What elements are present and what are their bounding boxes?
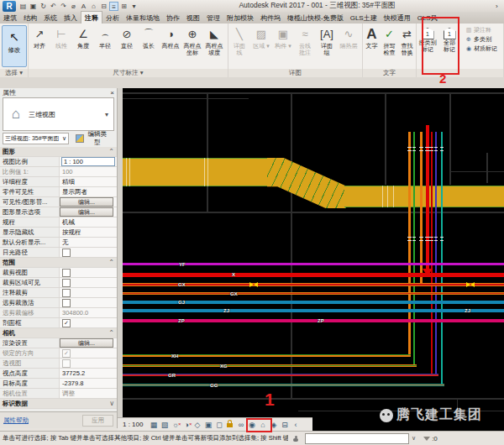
- show-crop-icon[interactable]: ◻: [213, 419, 224, 431]
- 直径-button[interactable]: ⊘直径: [116, 24, 138, 69]
- sun-path-icon[interactable]: ☼×: [170, 419, 181, 431]
- chevron-down-icon[interactable]: ∨: [409, 435, 418, 442]
- checkbox[interactable]: [62, 269, 71, 277]
- redo-icon[interactable]: ↷: [59, 2, 68, 11]
- section-icon[interactable]: ⊟: [99, 2, 108, 11]
- pipe-XH[interactable]: [123, 354, 411, 357]
- expand-icon[interactable]: ‹: [290, 419, 301, 431]
- property-row-目标高度[interactable]: 目标高度-2379.8: [0, 379, 117, 389]
- property-row-详细程度[interactable]: 详细程度精细: [0, 177, 117, 187]
- edit-button[interactable]: 编辑...: [60, 197, 113, 207]
- 半径-button[interactable]: ⌢半径: [94, 24, 116, 69]
- tab-视图[interactable]: 视图: [183, 12, 203, 24]
- 材质标记-button[interactable]: ◉材质标记: [465, 44, 504, 52]
- duct-transition[interactable]: [267, 158, 346, 208]
- instance-selector[interactable]: 三维视图: 35#平面图 ∨: [3, 133, 69, 144]
- tab-附加模块[interactable]: 附加模块: [223, 12, 257, 24]
- property-row-比例值 1:[interactable]: 比例值 1:100: [0, 167, 117, 177]
- checkbox[interactable]: ✓: [62, 349, 71, 358]
- modify-button[interactable]: ↖ 修改: [2, 25, 27, 67]
- property-row-视点高度[interactable]: 视点高度37725.2: [0, 369, 117, 379]
- checkbox[interactable]: [62, 249, 71, 257]
- property-row-裁剪视图[interactable]: 裁剪视图: [0, 268, 117, 278]
- 详图组-button[interactable]: [A]详图 组: [316, 24, 338, 69]
- 对齐-button[interactable]: ↗对齐: [29, 24, 50, 69]
- tab-协作[interactable]: 协作: [163, 12, 183, 24]
- property-row-剖面框[interactable]: 剖面框✓: [0, 318, 117, 328]
- property-row-图形显示选项[interactable]: 图形显示选项编辑...: [0, 207, 117, 217]
- dim-panel-label[interactable]: 尺寸标注 ▾: [29, 69, 228, 77]
- property-row-视图比例[interactable]: 视图比例1 : 100: [0, 157, 117, 167]
- text-panel-label[interactable]: 文字: [363, 69, 416, 77]
- shadows-icon[interactable]: ◑×: [181, 419, 192, 431]
- type-selector[interactable]: ⌂ 三维视图 ▾: [3, 97, 114, 131]
- property-row-远剪裁偏移[interactable]: 远剪裁偏移304800.0: [0, 308, 117, 318]
- tab-快模通用[interactable]: 快模通用: [381, 12, 414, 24]
- riser-7[interactable]: [441, 132, 443, 385]
- property-row-规程[interactable]: 规程机械: [0, 217, 117, 228]
- duct-right-segment[interactable]: [344, 186, 504, 207]
- tab-系统[interactable]: 系统: [40, 12, 60, 24]
- pipe-X[interactable]: [123, 273, 504, 277]
- pipe-GX2[interactable]: [123, 292, 504, 295]
- 高程点-button[interactable]: ◑高程点: [160, 24, 181, 69]
- property-row-渲染设置[interactable]: 渲染设置编辑...: [0, 338, 117, 348]
- property-row-零件可见性[interactable]: 零件可见性显示两者: [0, 187, 117, 197]
- property-row-显示隐藏线[interactable]: 显示隐藏线按规程: [0, 228, 117, 238]
- properties-help-link[interactable]: 属性帮助: [3, 416, 29, 425]
- checkbox[interactable]: ✓: [62, 319, 71, 327]
- riser-5[interactable]: [431, 132, 433, 374]
- edit-type-button[interactable]: 编辑类型: [71, 133, 114, 144]
- tab-GLS土建[interactable]: GLS土建: [347, 12, 381, 24]
- tab-构件坞[interactable]: 构件坞: [257, 12, 284, 24]
- close-inactive-icon[interactable]: ⊞: [119, 2, 129, 11]
- default-3d-view-icon[interactable]: ⌂: [89, 2, 98, 11]
- pipe-XG[interactable]: [123, 364, 417, 367]
- crop-view-icon[interactable]: ▣: [202, 419, 213, 431]
- tab-分析[interactable]: 分析: [102, 12, 123, 24]
- 高程点坡度-button[interactable]: ◣高程点 坡度: [203, 24, 225, 69]
- property-row-相机位置[interactable]: 相机位置调整: [0, 389, 117, 399]
- 拼写检查-button[interactable]: ✓拼写 检查: [381, 24, 398, 69]
- visual-style-icon[interactable]: ▧: [159, 419, 170, 431]
- 高程点坐标-button[interactable]: ⊕高程点 坐标: [181, 24, 203, 69]
- 多类别-button[interactable]: ⊕多类别: [465, 35, 504, 43]
- tab-体量和场地[interactable]: 体量和场地: [123, 12, 163, 24]
- property-row-日光路径[interactable]: 日光路径: [0, 248, 117, 258]
- detail-panel-label[interactable]: 详图: [228, 69, 362, 77]
- select-panel-label[interactable]: 选择 ▾: [0, 69, 28, 77]
- 文字-button[interactable]: A文字: [363, 24, 381, 69]
- undo-icon[interactable]: ↶: [49, 2, 58, 11]
- property-row-可见性/图形替...[interactable]: 可见性/图形替...编辑...: [0, 197, 117, 207]
- checkbox[interactable]: [62, 299, 71, 307]
- tab-管理[interactable]: 管理: [203, 12, 223, 24]
- open-icon[interactable]: ▤: [18, 2, 28, 11]
- value-input[interactable]: 1 : 100: [61, 157, 115, 166]
- qat-drop-icon[interactable]: ▾: [129, 2, 139, 11]
- unlock-3d-view-icon[interactable]: [224, 418, 235, 431]
- duct-left-segment[interactable]: [123, 158, 269, 186]
- tab-注释[interactable]: 注释: [81, 11, 102, 24]
- tab-结构[interactable]: 结构: [20, 12, 40, 24]
- save-icon[interactable]: ▣: [29, 2, 38, 11]
- checkbox[interactable]: [62, 279, 71, 287]
- property-row-远剪裁激活[interactable]: 远剪裁激活: [0, 298, 117, 308]
- detail-level-icon[interactable]: ▦: [148, 419, 159, 431]
- property-row-注释裁剪[interactable]: 注释裁剪: [0, 288, 117, 298]
- filter-icon[interactable]: [423, 437, 430, 441]
- view-scale-control[interactable]: 1 : 100: [118, 421, 148, 428]
- property-row-锁定的方向[interactable]: 锁定的方向✓: [0, 348, 117, 359]
- close-icon[interactable]: ×: [110, 89, 114, 97]
- rendering-icon[interactable]: ◇: [192, 419, 202, 431]
- status-search-input[interactable]: [305, 433, 409, 444]
- riser-6[interactable]: [435, 132, 437, 374]
- pipe-ZJ[interactable]: [123, 309, 504, 312]
- measure-icon[interactable]: ⌀: [69, 2, 78, 11]
- property-row-默认分析显示...[interactable]: 默认分析显示...无: [0, 238, 117, 248]
- property-row-透视图[interactable]: 透视图: [0, 359, 117, 369]
- thin-lines-icon[interactable]: ≡: [109, 2, 118, 11]
- tab-插入[interactable]: 插入: [60, 12, 81, 24]
- temp-hide-isolate-icon[interactable]: ∞: [235, 419, 246, 431]
- checkbox[interactable]: [62, 359, 71, 368]
- sync-icon[interactable]: ↻: [39, 2, 48, 11]
